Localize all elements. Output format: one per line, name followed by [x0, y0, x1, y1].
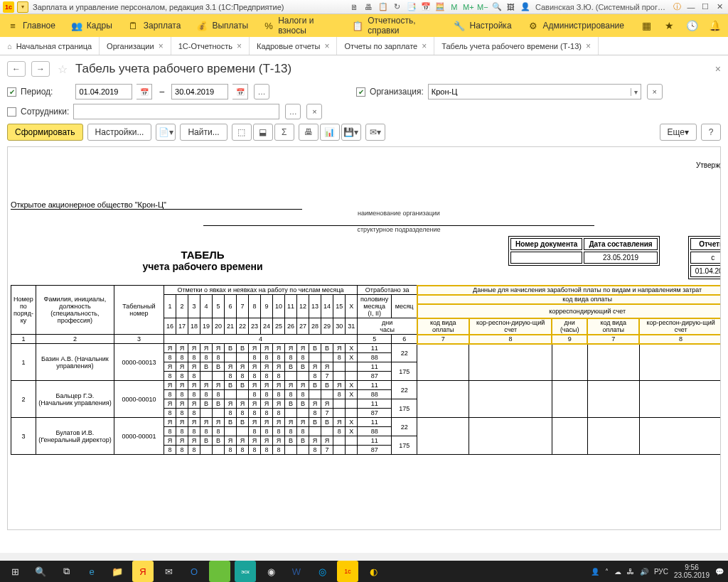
chevron-down-icon[interactable]: ▾ — [631, 88, 638, 96]
layout-icon[interactable]: 🖽 — [505, 1, 517, 13]
mminus-icon[interactable]: M− — [477, 1, 488, 13]
app-teal-icon[interactable]: эск — [235, 561, 256, 582]
task-view-icon[interactable]: ⧉ — [55, 561, 77, 582]
m-icon[interactable]: M — [449, 1, 460, 13]
expand-groups-icon[interactable]: ⬚ — [232, 124, 252, 141]
period-picker-button[interactable]: … — [254, 84, 269, 99]
menu-payments[interactable]: 💰Выплаты — [196, 20, 248, 31]
1c-alt-icon[interactable]: ◐ — [363, 561, 384, 582]
date-from-calendar-icon[interactable]: 📅 — [136, 84, 152, 99]
form-approval-text: Унифицированн Утверждена Постановлен Рос… — [11, 151, 721, 179]
notifications-icon[interactable]: 🔔 — [708, 19, 721, 32]
teamviewer-icon[interactable]: ◎ — [311, 561, 333, 582]
current-user[interactable]: Савинская З.Ю. (Системный прог… — [535, 3, 665, 11]
nav-forward-button[interactable]: → — [31, 61, 50, 77]
tray-net-icon[interactable]: 🖧 — [627, 568, 634, 576]
clipboard-icon[interactable]: 📋 — [378, 1, 389, 13]
tab-hr-reports[interactable]: Кадровые отчеты× — [250, 37, 337, 55]
page-title: Табель учета рабочего времени (Т-13) — [75, 62, 291, 76]
app-green-icon[interactable] — [209, 561, 230, 582]
help-button[interactable]: ? — [701, 124, 721, 141]
tray-up-icon[interactable]: ˄ — [605, 568, 609, 576]
menu-main[interactable]: ≡Главное — [7, 20, 55, 31]
menu-reports[interactable]: 📋Отчетность, справки — [352, 16, 438, 36]
mail-icon[interactable]: ✉ — [158, 561, 179, 582]
tray-notifications-icon[interactable]: 💬 — [715, 568, 724, 576]
variants-button[interactable]: 📄▾ — [156, 124, 176, 141]
page-content: ← → ☆ Табель учета рабочего времени (Т-1… — [0, 55, 728, 553]
collapse-groups-icon[interactable]: ⬓ — [253, 124, 273, 141]
period-label: Период: — [21, 87, 53, 97]
close-window-icon[interactable]: ✕ — [714, 1, 725, 13]
menu-settings[interactable]: 🔧Настройка — [454, 20, 511, 31]
menu-admin[interactable]: ⚙Администрирование — [528, 20, 624, 31]
print-button[interactable]: 🖶 — [299, 124, 318, 141]
user-icon[interactable]: 👤 — [520, 1, 531, 13]
tab-close-icon[interactable]: × — [159, 41, 164, 51]
calc-icon[interactable]: 🧮 — [434, 1, 446, 13]
date-from-input[interactable] — [75, 84, 132, 99]
send-button[interactable]: ✉▾ — [365, 124, 385, 141]
employees-clear-button[interactable]: × — [306, 104, 322, 119]
start-button[interactable]: ⊞ — [4, 561, 26, 582]
period-checkbox[interactable] — [7, 87, 16, 97]
search-icon[interactable]: 🔍 — [30, 561, 51, 582]
document-canvas[interactable]: Унифицированн Утверждена Постановлен Рос… — [7, 146, 721, 530]
employees-checkbox[interactable] — [7, 107, 16, 117]
app-logo-icon: 1c — [3, 1, 14, 13]
tray-clock[interactable]: 9:56 23.05.2019 — [674, 564, 710, 579]
app-menu-dropdown[interactable]: ▾ — [17, 1, 28, 13]
sum-icon[interactable]: Σ — [274, 124, 294, 141]
tab-1c-reporting[interactable]: 1С-Отчетность× — [171, 37, 250, 55]
nav-back-button[interactable]: ← — [7, 61, 26, 77]
history-icon[interactable]: 🕓 — [685, 19, 698, 32]
org-checkbox[interactable] — [356, 87, 365, 97]
chrome-icon[interactable]: ◉ — [260, 561, 282, 582]
employees-picker-button[interactable]: … — [285, 104, 301, 119]
word-icon[interactable]: W — [286, 561, 307, 582]
date-to-input[interactable] — [171, 84, 228, 99]
outlook-icon[interactable]: O — [183, 561, 205, 582]
settings-button[interactable]: Настройки... — [87, 124, 152, 141]
more-button[interactable]: Еще ▾ — [660, 124, 697, 141]
tray-user-icon[interactable]: 👤 — [591, 568, 599, 576]
menu-taxes[interactable]: %Налоги и взносы — [264, 16, 336, 36]
close-page-icon[interactable]: × — [715, 63, 721, 75]
maximize-icon[interactable]: ☐ — [700, 1, 711, 13]
favorite-star-icon[interactable]: ☆ — [55, 62, 70, 76]
generate-button[interactable]: Сформировать — [7, 124, 83, 141]
print-icon[interactable]: 🖶 — [363, 1, 375, 13]
employees-input[interactable] — [73, 104, 279, 119]
save-button[interactable]: 💾▾ — [341, 124, 361, 141]
1c-icon[interactable]: 1c — [337, 561, 358, 582]
calendar-icon[interactable]: 📅 — [420, 1, 432, 13]
tab-timesheet[interactable]: Табель учета рабочего времени (Т-13)× — [434, 37, 599, 55]
compare-icon[interactable]: 📑 — [406, 1, 417, 13]
favorites-icon[interactable]: ★ — [663, 19, 675, 32]
explorer-icon[interactable]: 📁 — [107, 561, 128, 582]
edge-icon[interactable]: e — [81, 561, 102, 582]
refresh-icon[interactable]: ↻ — [392, 1, 403, 13]
org-caption: наименование организации — [203, 210, 594, 217]
tab-home[interactable]: ⌂Начальная страница — [0, 37, 100, 55]
report-toolbar: Сформировать Настройки... 📄▾ Найти... ⬚ … — [7, 124, 721, 141]
tab-salary-reports[interactable]: Отчеты по зарплате× — [337, 37, 434, 55]
print-preview-icon[interactable]: 🗎 — [349, 1, 360, 13]
tray-sound-icon[interactable]: 🔊 — [640, 568, 648, 576]
date-to-calendar-icon[interactable]: 📅 — [232, 84, 248, 99]
find-button[interactable]: Найти... — [180, 124, 227, 141]
zoom-icon[interactable]: 🔍 — [491, 1, 503, 13]
org-select[interactable]: Крон-Ц ▾ — [428, 84, 641, 99]
menu-salary[interactable]: 🗒Зарплата — [128, 20, 181, 31]
menu-personnel[interactable]: 👥Кадры — [71, 20, 112, 31]
org-clear-button[interactable]: × — [647, 84, 663, 99]
chart-button[interactable]: 📊 — [320, 124, 340, 141]
info-icon[interactable]: ⓘ — [671, 1, 682, 13]
minimize-icon[interactable]: — — [685, 1, 697, 13]
apps-icon[interactable]: ▦ — [640, 19, 653, 32]
mplus-icon[interactable]: M+ — [463, 1, 474, 13]
tab-organizations[interactable]: Организации× — [100, 37, 171, 55]
tray-lang[interactable]: РУС — [654, 568, 668, 576]
tray-cloud-icon[interactable]: ☁ — [614, 568, 621, 576]
yandex-icon[interactable]: Я — [132, 561, 154, 582]
